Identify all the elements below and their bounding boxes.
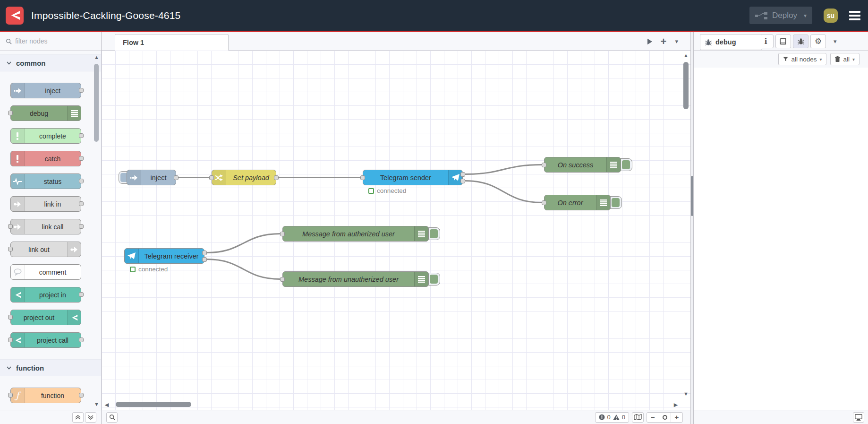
zoom-in-button[interactable]: + [671,413,682,422]
list-icon [414,272,428,286]
flow-node-msg-authorized[interactable]: Message from autherized user [282,226,429,242]
canvas-h-scrollbar-thumb[interactable] [116,402,191,407]
user-avatar[interactable]: su [824,9,838,23]
minimap-toggle-button[interactable] [632,412,644,423]
node-output-port[interactable] [79,201,84,206]
palette-node-link-call[interactable]: link call [10,219,81,234]
node-output-port[interactable] [79,156,84,161]
palette-node-link-in[interactable]: link in [10,196,81,212]
scroll-down-icon[interactable]: ▼ [682,390,690,398]
canvas-v-scrollbar[interactable]: ▲ ▼ [682,52,690,398]
node-input-port[interactable] [8,111,13,115]
node-output-port[interactable] [460,172,465,177]
palette-expand-all-button[interactable] [85,412,96,423]
flow-canvas[interactable]: ◀ ▶ ▲ ▼ injectSet payloadTelegram sender… [102,51,690,410]
palette-node-comment[interactable]: comment [10,264,81,280]
scroll-right-icon[interactable]: ▶ [672,401,679,408]
node-input-port[interactable] [8,315,13,320]
flow-node-on-success[interactable]: On success [544,157,621,173]
node-input-port[interactable] [542,200,546,205]
palette-node-project-call[interactable]: project call [10,332,81,348]
node-output-port[interactable] [460,179,465,183]
node-input-port[interactable] [8,224,13,229]
flow-node-msg-unauthorized[interactable]: Message from unautherized user [282,271,429,287]
deploy-options-caret-icon[interactable]: ▾ [804,12,807,19]
scroll-down-icon[interactable]: ▼ [93,400,100,408]
palette-scrollbar[interactable]: ▲ ▼ [93,53,100,408]
node-output-port[interactable] [79,133,84,138]
canvas-h-scrollbar[interactable]: ◀ ▶ [103,400,679,409]
sidebar-debug-button[interactable] [793,35,808,48]
node-input-port[interactable] [360,175,365,180]
node-input-port[interactable] [280,232,285,236]
node-output-port[interactable] [79,337,84,342]
zoom-reset-button[interactable] [659,413,671,422]
open-in-window-button[interactable] [853,412,864,423]
debug-clear-button[interactable]: all ▾ [830,53,859,65]
flow-node-telegram-sender[interactable]: Telegram sender [363,170,463,185]
canvas-v-scrollbar-thumb[interactable] [683,62,689,109]
main-menu-button[interactable] [849,11,860,20]
node-output-port[interactable] [174,175,179,180]
node-output-port[interactable] [79,292,84,297]
node-output-port[interactable] [79,393,84,398]
palette-node-function[interactable]: ƒfunction [10,388,81,403]
sidebar-config-button[interactable]: ⚙ [810,35,826,48]
debug-filter-button[interactable]: all nodes ▾ [778,53,826,65]
sidebar-menu-caret-icon[interactable]: ▾ [834,38,837,45]
node-input-port[interactable] [542,163,546,167]
tab-debug[interactable]: debug [700,34,762,50]
pulse-icon [11,174,25,189]
chevron-down-icon [7,366,11,370]
node-output-port[interactable] [79,88,84,93]
canvas-search-button[interactable] [106,412,118,423]
notification-counts[interactable]: 0 0 [595,412,629,423]
node-input-port[interactable] [8,393,13,398]
scroll-up-icon[interactable]: ▲ [93,53,100,61]
palette-node-inject[interactable]: inject [10,83,81,98]
palette-collapse-all-button[interactable] [72,412,84,423]
flow-node-inject[interactable]: inject [127,170,176,185]
node-input-port[interactable] [209,175,214,180]
node-output-port[interactable] [274,175,279,180]
app-logo-icon[interactable] [6,7,24,25]
palette-category-function[interactable]: function [0,359,101,376]
palette-node-debug[interactable]: debug [10,105,81,121]
palette-node-complete[interactable]: complete [10,128,81,144]
flow-node-set-payload[interactable]: Set payload [212,170,276,185]
scroll-up-icon[interactable]: ▲ [682,52,690,59]
palette-scrollbar-thumb[interactable] [94,64,99,142]
wire-telegram-sender-to-on-success[interactable] [465,165,542,174]
wire-telegram-sender-to-on-error[interactable] [465,181,542,203]
palette-node-list: commoninjectdebugcompletecatchstatuslink… [0,51,101,410]
project-icon [11,333,25,347]
tab-scroll-right-button[interactable] [647,38,652,45]
scroll-left-icon[interactable]: ◀ [103,401,110,408]
zoom-out-button[interactable]: − [647,413,659,422]
node-output-port[interactable] [202,251,207,255]
palette-node-status[interactable]: status [10,173,81,189]
node-output-port[interactable] [202,257,207,262]
flow-node-on-error[interactable]: On error [544,195,611,210]
node-input-port[interactable] [8,337,13,342]
deploy-button[interactable]: Deploy ▾ [749,7,812,24]
node-input-port[interactable] [8,247,13,251]
palette-node-catch[interactable]: catch [10,151,81,166]
tab-flow-1[interactable]: Flow 1 [115,34,229,51]
wire-telegram-receiver-to-msg-unauthorized[interactable] [207,260,280,279]
wire-telegram-receiver-to-msg-authorized[interactable] [207,234,280,253]
palette-node-project-out[interactable]: project out [10,310,81,325]
sidebar-resize-handle[interactable] [690,32,694,424]
node-output-port[interactable] [79,179,84,183]
node-output-port[interactable] [79,224,84,229]
resize-grip[interactable] [691,176,693,216]
sidebar-help-button[interactable] [775,35,791,48]
add-flow-button[interactable]: + [661,36,667,47]
node-input-port[interactable] [280,277,285,282]
palette-category-common[interactable]: common [0,54,101,71]
palette-node-link-out[interactable]: link out [10,242,81,257]
flow-list-caret-icon[interactable]: ▾ [675,38,678,45]
flow-node-telegram-receiver[interactable]: Telegram receiver [124,248,204,264]
palette-node-project-in[interactable]: project in [10,287,81,303]
palette-filter-input[interactable] [15,37,86,45]
